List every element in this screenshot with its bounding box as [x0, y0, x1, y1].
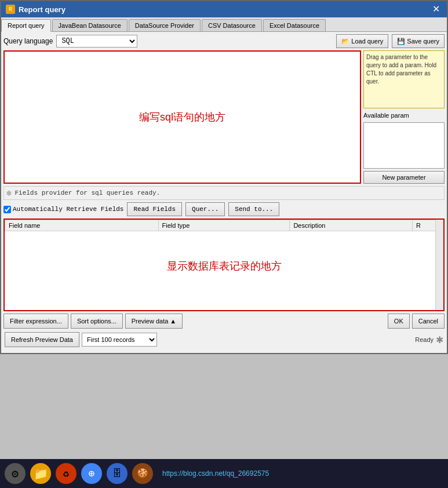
bottom-action-bar: Filter expression... Sort options... Pre… [3, 314, 445, 329]
param-hint: Drag a parameter to the query to add a p… [363, 50, 445, 108]
tab-report-query[interactable]: Report query [1, 19, 51, 32]
refresh-preview-button[interactable]: Refresh Preview Data [5, 332, 79, 347]
report-query-window: R Report query ✕ Report query JavaBean D… [0, 0, 448, 354]
preview-data-button[interactable]: Preview data ▲ [125, 314, 183, 329]
col-field-type: Field type [158, 220, 290, 231]
cancel-button[interactable]: Cancel [412, 314, 445, 329]
taskbar-folder-icon[interactable]: 📁 [30, 463, 51, 484]
fields-table: Field name Field type Description R [5, 220, 443, 231]
save-query-button[interactable]: 💾 Save query [392, 34, 445, 48]
sort-options-button[interactable]: Sort options... [71, 314, 123, 329]
taskbar-apps-icon[interactable]: ♻ [56, 463, 77, 484]
records-select[interactable]: First 100 records First 50 records All r… [82, 333, 157, 347]
param-panel: Drag a parameter to the query to add a p… [363, 50, 445, 184]
load-query-button[interactable]: 📂 Load query [336, 34, 388, 48]
load-icon: 📂 [341, 38, 349, 45]
taskbar-gear-icon[interactable]: ⚙ [5, 463, 26, 484]
close-button[interactable]: ✕ [430, 5, 442, 14]
scrollbar-track[interactable] [435, 220, 443, 310]
fields-placeholder: 显示数据库表记录的地方 [167, 259, 282, 273]
col-description: Description [290, 220, 413, 231]
fields-table-body: 显示数据库表记录的地方 [5, 231, 443, 301]
quer-button[interactable]: Quer... [185, 202, 225, 216]
refresh-bar: Refresh Preview Data First 100 records F… [3, 331, 445, 348]
sql-editor[interactable]: 编写sql语句的地方 [3, 50, 361, 184]
read-fields-button[interactable]: Read Fields [127, 202, 182, 216]
taskbar-cookie-icon[interactable]: 🍪 [132, 463, 153, 484]
tab-bar: Report query JavaBean Datasource DataSou… [1, 17, 447, 32]
ok-cancel-group: OK Cancel [388, 314, 445, 329]
tab-csv[interactable]: CSV Datasource [202, 19, 262, 31]
status-bar: ❄ Fields provider for sql queries ready. [3, 186, 445, 200]
status-icon: ❄ [6, 188, 11, 198]
ok-button[interactable]: OK [388, 314, 410, 329]
tab-datasource-provider[interactable]: DataSource Provider [129, 19, 201, 31]
param-avail-label: Available param [363, 111, 445, 120]
query-lang-select[interactable]: SQL [56, 35, 137, 48]
tab-excel[interactable]: Excel Datasource [263, 19, 326, 31]
title-bar-left: R Report query [6, 5, 65, 14]
filter-expression-button[interactable]: Filter expression... [3, 314, 68, 329]
param-avail-list [363, 122, 445, 169]
taskbar-url: https://blog.csdn.net/qq_26692575 [162, 469, 269, 478]
tab-javabean[interactable]: JavaBean Datasource [52, 19, 128, 31]
window-icon: R [6, 5, 15, 14]
col-field-name: Field name [5, 220, 159, 231]
auto-retrieve-label[interactable]: Automatically Retrieve Fields [3, 206, 123, 213]
title-bar: R Report query ✕ [1, 1, 447, 17]
save-icon: 💾 [397, 38, 405, 45]
taskbar: ⚙ 📁 ♻ ⊕ 🗄 🍪 https://blog.csdn.net/qq_266… [0, 459, 448, 488]
sql-editor-placeholder: 编写sql语句的地方 [139, 110, 225, 124]
ready-status: Ready ✱ [415, 334, 443, 345]
fields-table-container: Field name Field type Description R 显示数据… [3, 218, 445, 311]
taskbar-chrome-icon[interactable]: ⊕ [81, 463, 102, 484]
fields-row: Automatically Retrieve Fields Read Field… [3, 202, 445, 216]
main-content: Query language SQL 📂 Load query 💾 Save q… [1, 32, 447, 353]
send-to-button[interactable]: Send to... [228, 202, 279, 216]
spinner-icon: ✱ [436, 334, 443, 345]
window-title: Report query [19, 5, 65, 14]
taskbar-db-icon[interactable]: 🗄 [107, 463, 128, 484]
auto-retrieve-checkbox[interactable] [3, 206, 11, 213]
query-lang-label: Query language [3, 37, 53, 45]
new-param-button[interactable]: New parameter [363, 171, 445, 184]
editor-area: 编写sql语句的地方 Drag a parameter to the query… [3, 50, 445, 184]
query-lang-row: Query language SQL 📂 Load query 💾 Save q… [3, 34, 445, 48]
status-text: Fields provider for sql queries ready. [14, 190, 160, 196]
